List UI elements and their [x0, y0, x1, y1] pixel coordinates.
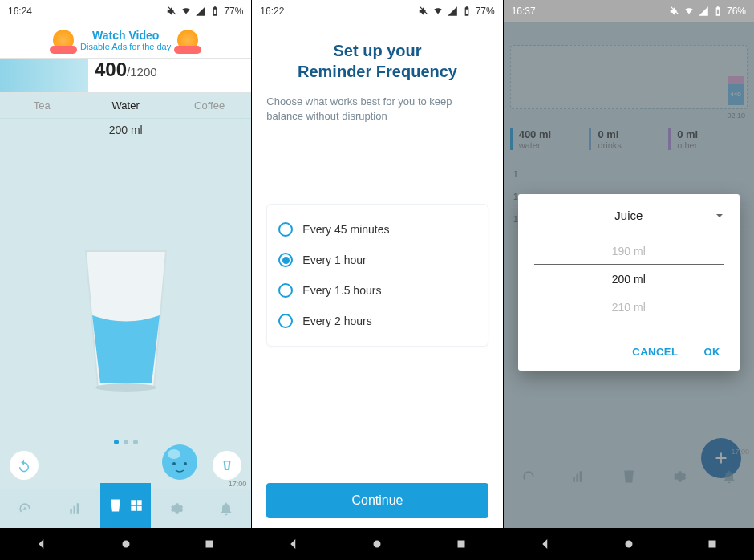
- stats-body: 440 02.10 400 ml water 0 ml drinks 0 ml …: [504, 22, 754, 528]
- mute-icon: [166, 6, 177, 17]
- wifi-icon: [180, 6, 192, 17]
- android-nav: [504, 528, 754, 560]
- option-1hour[interactable]: Every 1 hour: [278, 245, 476, 275]
- progress-counter: 400 / 1200: [0, 58, 251, 93]
- svg-rect-6: [206, 541, 213, 548]
- svg-point-7: [374, 541, 381, 548]
- android-nav: [252, 528, 502, 560]
- battery-percent: 77%: [224, 6, 243, 17]
- status-bar: 16:24 77%: [0, 0, 251, 22]
- signal-icon: [447, 6, 458, 17]
- option-2hour[interactable]: Every 2 hours: [278, 306, 476, 336]
- screen-main: 16:24 77% Watch Video Disable Ads for th…: [0, 0, 251, 560]
- nav-reminders[interactable]: [201, 501, 252, 517]
- svg-point-9: [625, 541, 632, 548]
- main-body: Watch Video Disable Ads for the day 400 …: [0, 22, 251, 528]
- svg-point-0: [95, 383, 156, 392]
- svg-rect-10: [708, 541, 715, 548]
- nav-stats[interactable]: [51, 501, 101, 517]
- picker-value-next: 210 ml: [534, 294, 724, 320]
- home-icon[interactable]: [370, 537, 384, 551]
- svg-rect-8: [457, 541, 464, 548]
- recent-icon[interactable]: [454, 537, 468, 551]
- page-dots: [114, 440, 138, 444]
- dot-1: [114, 440, 119, 444]
- dot-2: [124, 440, 128, 444]
- undo-button[interactable]: [10, 451, 39, 480]
- bars-icon: [67, 501, 83, 517]
- grid-icon: [128, 497, 144, 513]
- status-bar: 16:37 76%: [504, 0, 754, 22]
- radio-icon: [278, 283, 293, 298]
- cup-icon: [220, 458, 234, 473]
- setup-title: Set up your Reminder Frequency: [266, 40, 488, 82]
- option-label: Every 2 hours: [302, 314, 371, 327]
- tab-water[interactable]: Water: [83, 93, 167, 118]
- battery-percent: 76%: [727, 6, 746, 17]
- svg-point-2: [168, 449, 180, 459]
- continue-button[interactable]: Continue: [266, 483, 488, 518]
- picker-value-selected: 200 ml: [534, 264, 724, 294]
- battery-percent: 77%: [476, 6, 495, 17]
- glass-icon: [107, 497, 124, 513]
- svg-point-3: [172, 462, 176, 465]
- status-time: 16:37: [512, 6, 536, 17]
- setup-subtitle: Choose what works best for you to keep b…: [266, 95, 488, 124]
- gear-icon: [168, 501, 184, 517]
- screen-reminder-setup: 16:22 77% Set up your Reminder Frequency…: [251, 0, 502, 560]
- frequency-options: Every 45 minutes Every 1 hour Every 1.5 …: [266, 204, 488, 347]
- dialog-actions: CANCEL OK: [534, 339, 724, 364]
- wifi-icon: [683, 6, 695, 17]
- option-label: Every 45 minutes: [302, 223, 389, 236]
- recent-icon[interactable]: [705, 537, 720, 551]
- ok-button[interactable]: OK: [700, 339, 724, 364]
- option-45min[interactable]: Every 45 minutes: [278, 214, 476, 245]
- nav-time-tag: 17:00: [229, 480, 247, 488]
- mute-icon: [669, 6, 680, 17]
- glass-icon: [70, 235, 182, 396]
- radio-icon: [278, 222, 293, 237]
- status-time: 16:22: [260, 6, 284, 17]
- progress-text: 400 / 1200: [88, 59, 251, 92]
- status-icons: 77%: [418, 6, 495, 17]
- ad-title: Watch Video: [80, 29, 171, 42]
- recent-icon[interactable]: [202, 537, 217, 551]
- bottom-nav: 17:00: [0, 489, 251, 528]
- back-icon[interactable]: [538, 537, 553, 551]
- signal-icon: [698, 6, 709, 17]
- droplet-icon: [158, 438, 201, 481]
- drink-tabs: Tea Water Coffee: [0, 93, 251, 119]
- back-icon[interactable]: [286, 537, 301, 551]
- status-bar: 16:22 77%: [252, 0, 502, 22]
- dot-3: [133, 440, 138, 444]
- home-icon[interactable]: [119, 537, 133, 551]
- glass-area[interactable]: [0, 141, 251, 489]
- option-label: Every 1.5 hours: [302, 284, 381, 297]
- back-icon[interactable]: [34, 537, 49, 551]
- home-icon[interactable]: [622, 537, 636, 551]
- undo-icon: [17, 458, 31, 473]
- nav-settings[interactable]: [151, 501, 201, 517]
- option-1-5hour[interactable]: Every 1.5 hours: [278, 275, 476, 306]
- android-nav: [0, 528, 251, 560]
- nav-dashboard[interactable]: [0, 501, 51, 517]
- gauge-icon: [17, 501, 33, 517]
- svg-point-1: [162, 444, 197, 480]
- cancel-button[interactable]: CANCEL: [629, 339, 681, 364]
- battery-icon: [712, 6, 724, 17]
- chevron-down-icon: [715, 212, 724, 220]
- amount-dialog: Juice 190 ml 200 ml 210 ml CANCEL OK: [518, 194, 740, 371]
- battery-icon: [209, 6, 221, 17]
- progress-fill: [0, 59, 88, 92]
- mute-icon: [418, 6, 429, 17]
- ad-banner[interactable]: Watch Video Disable Ads for the day: [0, 22, 251, 58]
- ad-text: Watch Video Disable Ads for the day: [80, 29, 171, 51]
- cup-button[interactable]: [213, 451, 241, 480]
- drink-select[interactable]: Juice: [534, 209, 724, 222]
- tab-coffee[interactable]: Coffee: [168, 93, 251, 118]
- tab-tea[interactable]: Tea: [0, 93, 83, 118]
- ad-icon-left: [53, 30, 74, 51]
- nav-home[interactable]: [100, 483, 151, 528]
- progress-value: 400: [95, 59, 127, 81]
- amount-picker[interactable]: 190 ml 200 ml 210 ml: [534, 238, 724, 320]
